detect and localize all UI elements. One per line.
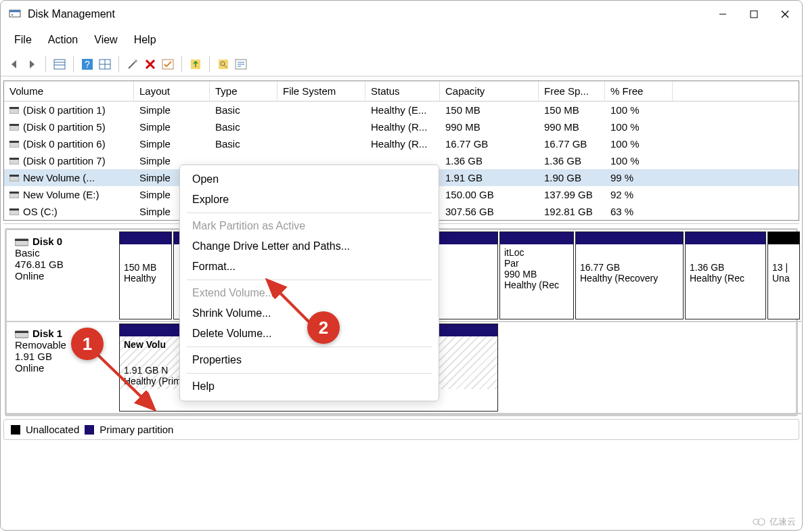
disk-info: Disk 0Basic476.81 GBOnline [8, 231, 116, 319]
table-row[interactable]: (Disk 0 partition 6)SimpleBasicHealthy (… [4, 135, 799, 152]
svg-line-46 [95, 352, 152, 407]
menubar: File Action View Help [1, 28, 802, 52]
menu-item[interactable]: Help [180, 376, 439, 397]
svg-point-16 [135, 60, 137, 62]
grid-icon[interactable] [97, 56, 113, 72]
svg-rect-29 [9, 107, 19, 109]
annotation-badge-2: 2 [307, 311, 340, 344]
toolbar: ? [1, 52, 802, 76]
partition[interactable]: 150 MBHealthy [119, 231, 172, 319]
col-pctfree[interactable]: % Free [605, 81, 673, 101]
svg-text:?: ? [85, 59, 90, 70]
menu-action[interactable]: Action [40, 31, 86, 49]
help-icon[interactable]: ? [79, 56, 95, 72]
menu-item[interactable]: Open [180, 169, 439, 190]
col-capacity[interactable]: Capacity [440, 81, 539, 101]
close-button[interactable] [769, 3, 801, 25]
menu-file[interactable]: File [6, 31, 40, 49]
svg-rect-43 [15, 239, 28, 241]
col-filesystem[interactable]: File System [277, 81, 365, 101]
legend-swatch-primary [85, 425, 94, 435]
partition[interactable]: itLocPar990 MBHealthy (Rec [499, 231, 574, 319]
wand-icon[interactable] [125, 56, 141, 72]
svg-line-15 [129, 62, 135, 68]
list-icon[interactable] [51, 56, 68, 72]
menu-item[interactable]: Change Drive Letter and Paths... [180, 236, 439, 257]
col-free[interactable]: Free Sp... [539, 81, 605, 101]
col-status[interactable]: Status [365, 81, 440, 101]
partition[interactable]: 16.77 GBHealthy (Recovery [575, 231, 684, 319]
properties-icon[interactable] [233, 56, 249, 72]
note-up-icon[interactable] [187, 56, 204, 72]
legend-label-unallocated: Unallocated [26, 424, 79, 435]
annotation-arrow-1 [88, 345, 176, 420]
menu-help[interactable]: Help [126, 31, 164, 49]
svg-rect-33 [9, 141, 19, 143]
svg-rect-41 [9, 208, 19, 210]
menu-item[interactable]: Format... [180, 257, 439, 277]
col-type[interactable]: Type [210, 81, 277, 101]
table-row[interactable]: (Disk 0 partition 5)SimpleBasicHealthy (… [4, 118, 799, 135]
svg-rect-39 [9, 192, 19, 194]
svg-rect-1 [9, 10, 20, 12]
maximize-button[interactable] [738, 3, 769, 25]
back-button[interactable] [6, 56, 22, 72]
minimize-button[interactable] [707, 3, 738, 25]
svg-line-47 [269, 282, 310, 323]
note-search-icon[interactable] [215, 56, 231, 72]
legend-label-primary: Primary partition [99, 424, 173, 435]
svg-rect-37 [9, 175, 19, 177]
col-volume[interactable]: Volume [4, 81, 134, 101]
svg-rect-4 [751, 11, 757, 18]
svg-rect-7 [54, 60, 65, 69]
window-title: Disk Management [28, 8, 707, 20]
partition[interactable]: 1.36 GBHealthy (Rec [685, 231, 766, 319]
menu-view[interactable]: View [86, 31, 125, 49]
legend: Unallocated Primary partition [3, 419, 799, 440]
table-header: Volume Layout Type File System Status Ca… [4, 81, 799, 102]
watermark: 亿速云 [752, 516, 796, 528]
annotation-badge-1: 1 [71, 328, 104, 360]
delete-icon[interactable] [142, 56, 158, 72]
titlebar: Disk Management [1, 1, 802, 28]
svg-point-2 [12, 14, 13, 16]
legend-swatch-unallocated [11, 425, 20, 435]
svg-rect-45 [15, 331, 28, 333]
forward-button[interactable] [24, 56, 40, 72]
col-layout[interactable]: Layout [134, 81, 210, 101]
menu-item: Mark Partition as Active [180, 216, 439, 236]
app-icon [9, 8, 21, 20]
partition[interactable]: 13 |Una [767, 231, 800, 319]
table-row[interactable]: (Disk 0 partition 1)SimpleBasicHealthy (… [4, 102, 799, 118]
menu-item[interactable]: Properties [180, 350, 439, 370]
check-icon[interactable] [160, 56, 176, 72]
svg-rect-35 [9, 158, 19, 160]
svg-rect-31 [9, 124, 19, 126]
menu-item[interactable]: Explore [180, 190, 439, 210]
